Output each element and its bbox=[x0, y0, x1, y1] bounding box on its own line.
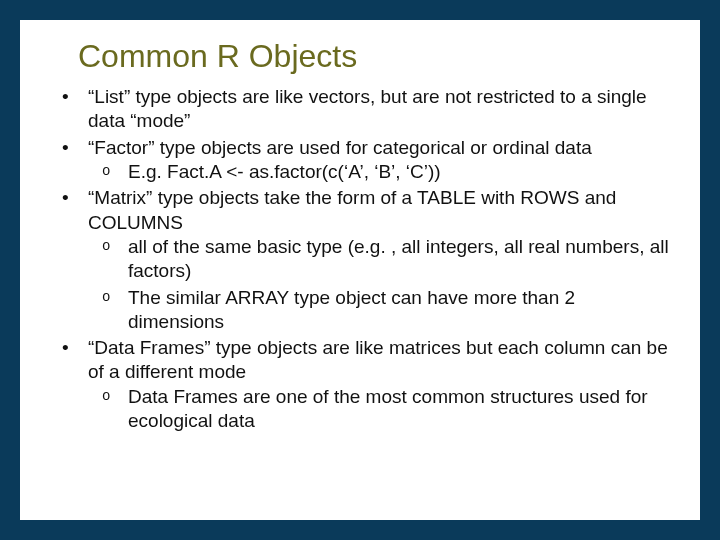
bullet-list: “List” type objects are like vectors, bu… bbox=[48, 85, 672, 433]
sub-list: Data Frames are one of the most common s… bbox=[88, 385, 672, 434]
sub-list: E.g. Fact.A <- as.factor(c(‘A’, ‘B’, ‘C’… bbox=[88, 160, 672, 184]
sub-text: E.g. Fact.A <- as.factor(c(‘A’, ‘B’, ‘C’… bbox=[128, 161, 441, 182]
bullet-item: “List” type objects are like vectors, bu… bbox=[48, 85, 672, 134]
sub-text: Data Frames are one of the most common s… bbox=[128, 386, 648, 431]
bullet-text: “Data Frames” type objects are like matr… bbox=[88, 337, 668, 382]
bullet-text: “Matrix” type objects take the form of a… bbox=[88, 187, 616, 232]
sub-item: The similar ARRAY type object can have m… bbox=[88, 286, 672, 335]
sub-item: E.g. Fact.A <- as.factor(c(‘A’, ‘B’, ‘C’… bbox=[88, 160, 672, 184]
bullet-item: “Data Frames” type objects are like matr… bbox=[48, 336, 672, 433]
bullet-item: “Factor” type objects are used for categ… bbox=[48, 136, 672, 185]
slide-title: Common R Objects bbox=[78, 38, 672, 75]
slide: Common R Objects “List” type objects are… bbox=[20, 20, 700, 520]
bullet-text: “Factor” type objects are used for categ… bbox=[88, 137, 592, 158]
sub-list: all of the same basic type (e.g. , all i… bbox=[88, 235, 672, 334]
sub-text: The similar ARRAY type object can have m… bbox=[128, 287, 575, 332]
bullet-item: “Matrix” type objects take the form of a… bbox=[48, 186, 672, 334]
sub-item: all of the same basic type (e.g. , all i… bbox=[88, 235, 672, 284]
sub-text: all of the same basic type (e.g. , all i… bbox=[128, 236, 669, 281]
bullet-text: “List” type objects are like vectors, bu… bbox=[88, 86, 647, 131]
sub-item: Data Frames are one of the most common s… bbox=[88, 385, 672, 434]
